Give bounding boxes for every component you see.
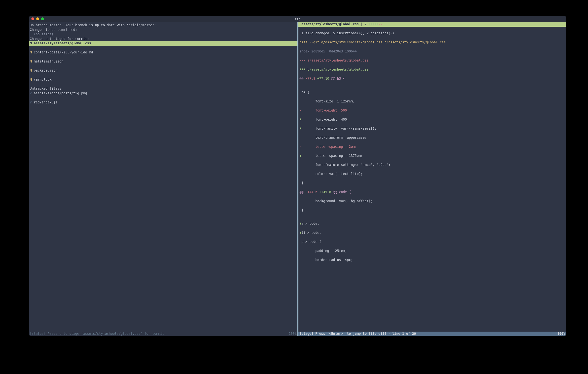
status-marker-icon: M [30,50,32,55]
file-path: yarn.lock [32,78,52,81]
titlebar: tig [29,16,566,22]
unstaged-file-row[interactable]: M content/posts/kill-your-ide.md [30,50,297,55]
untracked-file-row[interactable]: ? assets/images/posts/tig.png [30,91,297,96]
status-statusbar: [status] Press u to stage 'assets/styles… [29,332,298,336]
stage-stat-minus-icon: -- [379,22,382,26]
file-path: red/index.js [32,100,58,104]
untracked-file-row[interactable]: ? red/index.js [30,100,297,105]
diff-line[interactable]: text-transform: uppercase; [299,136,565,140]
stage-content[interactable]: assets/stylesheets/global.css | 7 +++++-… [298,22,566,332]
staged-none: (no files) [30,32,54,36]
file-path: assets/stylesheets/global.css [32,41,91,45]
terminal-window: tig On branch master. Your branch is up-… [29,16,566,336]
diff-line[interactable]: color: var(--text-lite); [299,172,565,176]
stage-statusbar-text: [stage] Press '<Enter>' to jump to file … [299,332,555,336]
stage-statusbar: [stage] Press '<Enter>' to jump to file … [298,332,566,336]
unstaged-file-row[interactable]: M assets/stylesheets/global.css [29,41,298,46]
stage-file-header: assets/stylesheets/global.css | 7 +++++-… [298,22,566,27]
diff-line[interactable]: font-size: 1.125rem; [299,99,565,104]
status-statusbar-percent: 100% [287,332,296,336]
stage-statusbar-percent: 100% [555,332,565,336]
status-statusbar-text: [status] Press u to stage 'assets/styles… [30,332,287,336]
diff-line[interactable]: border-radius: 4px; [299,258,565,262]
diff-line[interactable]: +++ b/assets/stylesheets/global.css [299,67,565,72]
status-marker-icon: ? [30,91,32,96]
stage-file-path: assets/stylesheets/global.css [299,22,359,26]
diff-line[interactable]: --- a/assets/stylesheets/global.css [299,58,565,63]
panes: On branch master. Your branch is up-to-d… [29,22,566,336]
file-path: package.json [32,69,58,72]
status-marker-icon: M [30,59,32,64]
unstaged-file-row[interactable]: M metalsmith.json [30,59,297,64]
status-marker-icon: M [30,77,32,82]
diff-line[interactable]: index 2d890d5..0d420e3 100644 [299,49,565,54]
diff-line[interactable]: p > code { [299,240,565,244]
status-content[interactable]: On branch master. Your branch is up-to-d… [29,22,298,332]
stage-stat-plus-icon: +++++ [369,22,379,26]
status-marker-icon: M [30,41,32,46]
file-path: content/posts/kill-your-ide.md [32,50,93,54]
diff-line[interactable]: @@ -144,6 +145,8 @@ code { [299,190,565,195]
diff-summary: 1 file changed, 5 insertions(+), 2 delet… [299,31,394,35]
file-path: metalsmith.json [32,60,63,63]
unstaged-file-row[interactable]: M package.json [30,68,297,73]
untracked-header: Untracked files: [30,87,61,90]
diff-line[interactable]: @@ -77,9 +77,10 @@ h3 { [299,76,565,81]
diff-line[interactable]: +li > code, [299,231,565,235]
unstaged-file-row[interactable]: M yarn.lock [30,77,297,82]
file-path: assets/images/posts/tig.png [32,91,87,95]
staged-header: Changes to be committed: [30,28,77,32]
branch-line: On branch master. Your branch is up-to-d… [30,23,158,27]
diff-line[interactable]: font-feature-settings: 'smcp', 'c2sc'; [299,163,565,167]
diff-line[interactable]: + letter-spacing: .1375em; [299,154,565,158]
status-marker-icon: ? [30,100,32,105]
diff-line[interactable]: diff --git a/assets/stylesheets/global.c… [299,40,565,45]
status-marker-icon: M [30,68,32,73]
stage-pane[interactable]: assets/stylesheets/global.css | 7 +++++-… [298,22,566,336]
diff-line[interactable]: } [299,181,565,186]
diff-line[interactable]: } [299,208,565,213]
diff-line[interactable]: + font-family: var(--sans-serif); [299,126,565,131]
unstaged-header: Changes not staged for commit: [30,37,89,41]
diff-line[interactable]: h4 { [299,90,565,95]
stage-stat-count: 7 [365,22,368,26]
window-title: tig [29,17,566,21]
diff-line[interactable]: background: var(--bg-offset); [299,199,565,204]
diff-line[interactable]: - letter-spacing: .2em; [299,145,565,149]
diff-line[interactable]: padding: .25rem; [299,249,565,253]
diff-line[interactable]: + font-weight: 400; [299,117,565,122]
diff-line[interactable]: - font-weight: 500; [299,108,565,113]
diff-line[interactable]: +a > code, [299,222,565,226]
status-pane[interactable]: On branch master. Your branch is up-to-d… [29,22,298,336]
